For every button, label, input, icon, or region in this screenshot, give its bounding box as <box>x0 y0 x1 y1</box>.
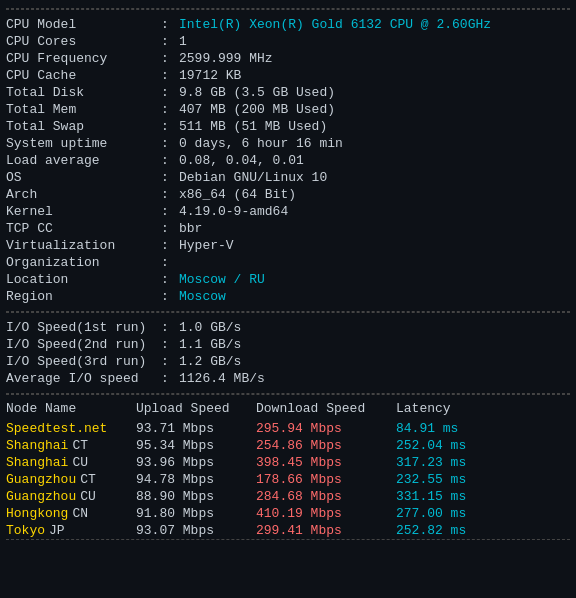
latency: 277.00 ms <box>396 506 496 521</box>
system-info-row: Arch: x86_64 (64 Bit) <box>6 186 570 203</box>
latency: 252.82 ms <box>396 523 496 538</box>
system-info-row: CPU Frequency: 2599.999 MHz <box>6 50 570 67</box>
system-info-value: 0 days, 6 hour 16 min <box>179 136 343 151</box>
node-name: Guangzhou <box>6 489 76 504</box>
system-info-row: Kernel: 4.19.0-9-amd64 <box>6 203 570 220</box>
colon: : <box>161 320 179 335</box>
network-node: TokyoJP <box>6 523 136 538</box>
download-speed: 299.41 Mbps <box>256 523 396 538</box>
system-info-label: Virtualization <box>6 238 161 253</box>
colon: : <box>161 51 179 66</box>
node-name: Hongkong <box>6 506 68 521</box>
system-info-label: Location <box>6 272 161 287</box>
io-value: 1.0 GB/s <box>179 320 241 335</box>
system-info-label: Total Disk <box>6 85 161 100</box>
io-info-row: I/O Speed(1st run): 1.0 GB/s <box>6 319 570 336</box>
system-info-row: OS: Debian GNU/Linux 10 <box>6 169 570 186</box>
system-info-label: TCP CC <box>6 221 161 236</box>
colon: : <box>161 170 179 185</box>
system-info-label: OS <box>6 170 161 185</box>
colon: : <box>161 289 179 304</box>
colon: : <box>161 255 179 270</box>
table-row: TokyoJP93.07 Mbps299.41 Mbps252.82 ms <box>6 522 570 539</box>
system-info-label: CPU Model <box>6 17 161 32</box>
io-section: I/O Speed(1st run): 1.0 GB/sI/O Speed(2n… <box>6 312 570 394</box>
latency: 317.23 ms <box>396 455 496 470</box>
colon: : <box>161 102 179 117</box>
node-type: CT <box>72 438 88 453</box>
system-info-label: Kernel <box>6 204 161 219</box>
system-info-label: Organization <box>6 255 161 270</box>
colon: : <box>161 153 179 168</box>
col-header-latency: Latency <box>396 401 496 416</box>
system-info-label: Region <box>6 289 161 304</box>
network-rows: Speedtest.net93.71 Mbps295.94 Mbps84.91 … <box>6 420 570 539</box>
system-info-value: 9.8 GB (3.5 GB Used) <box>179 85 335 100</box>
download-speed: 254.86 Mbps <box>256 438 396 453</box>
col-header-download: Download Speed <box>256 401 396 416</box>
table-row: HongkongCN91.80 Mbps410.19 Mbps277.00 ms <box>6 505 570 522</box>
io-label: I/O Speed(1st run) <box>6 320 161 335</box>
system-info-row: Total Mem: 407 MB (200 MB Used) <box>6 101 570 118</box>
latency: 232.55 ms <box>396 472 496 487</box>
system-info-row: Region: Moscow <box>6 288 570 305</box>
system-info-value: Hyper-V <box>179 238 234 253</box>
colon: : <box>161 34 179 49</box>
network-node: GuangzhouCT <box>6 472 136 487</box>
system-info-label: Total Swap <box>6 119 161 134</box>
download-speed: 398.45 Mbps <box>256 455 396 470</box>
upload-speed: 93.96 Mbps <box>136 455 256 470</box>
system-info-section: CPU Model: Intel(R) Xeon(R) Gold 6132 CP… <box>6 9 570 312</box>
system-info-label: CPU Cores <box>6 34 161 49</box>
colon: : <box>161 136 179 151</box>
network-node: ShanghaiCT <box>6 438 136 453</box>
system-info-value: 2599.999 MHz <box>179 51 273 66</box>
system-info-value: bbr <box>179 221 202 236</box>
system-info-value: 407 MB (200 MB Used) <box>179 102 335 117</box>
download-speed: 284.68 Mbps <box>256 489 396 504</box>
colon: : <box>161 371 179 386</box>
node-type: CN <box>72 506 88 521</box>
node-name: Shanghai <box>6 438 68 453</box>
table-row: GuangzhouCU88.90 Mbps284.68 Mbps331.15 m… <box>6 488 570 505</box>
io-value: 1.1 GB/s <box>179 337 241 352</box>
system-info-label: Total Mem <box>6 102 161 117</box>
io-label: Average I/O speed <box>6 371 161 386</box>
node-name: Shanghai <box>6 455 68 470</box>
download-speed: 295.94 Mbps <box>256 421 396 436</box>
colon: : <box>161 187 179 202</box>
node-type: CT <box>80 472 96 487</box>
io-value: 1126.4 MB/s <box>179 371 265 386</box>
colon: : <box>161 354 179 369</box>
colon: : <box>161 238 179 253</box>
system-info-label: CPU Frequency <box>6 51 161 66</box>
table-row: ShanghaiCU93.96 Mbps398.45 Mbps317.23 ms <box>6 454 570 471</box>
system-info-value: 1 <box>179 34 187 49</box>
io-label: I/O Speed(3rd run) <box>6 354 161 369</box>
latency: 331.15 ms <box>396 489 496 504</box>
upload-speed: 94.78 Mbps <box>136 472 256 487</box>
system-info-value: 19712 KB <box>179 68 241 83</box>
latency: 252.04 ms <box>396 438 496 453</box>
latency: 84.91 ms <box>396 421 496 436</box>
colon: : <box>161 204 179 219</box>
system-info-value: Moscow <box>179 289 226 304</box>
system-info-value: Debian GNU/Linux 10 <box>179 170 327 185</box>
system-info-row: System uptime: 0 days, 6 hour 16 min <box>6 135 570 152</box>
node-type: CU <box>80 489 96 504</box>
network-node: HongkongCN <box>6 506 136 521</box>
network-node: GuangzhouCU <box>6 489 136 504</box>
network-node: ShanghaiCU <box>6 455 136 470</box>
col-header-node: Node Name <box>6 401 136 416</box>
io-info-row: I/O Speed(2nd run): 1.1 GB/s <box>6 336 570 353</box>
table-row: Speedtest.net93.71 Mbps295.94 Mbps84.91 … <box>6 420 570 437</box>
colon: : <box>161 221 179 236</box>
upload-speed: 93.07 Mbps <box>136 523 256 538</box>
io-label: I/O Speed(2nd run) <box>6 337 161 352</box>
system-info-value: Intel(R) Xeon(R) Gold 6132 CPU @ 2.60GHz <box>179 17 491 32</box>
network-node: Speedtest.net <box>6 421 136 436</box>
download-speed: 410.19 Mbps <box>256 506 396 521</box>
system-info-row: Total Disk: 9.8 GB (3.5 GB Used) <box>6 84 570 101</box>
node-name: Speedtest.net <box>6 421 107 436</box>
system-info-row: Total Swap: 511 MB (51 MB Used) <box>6 118 570 135</box>
